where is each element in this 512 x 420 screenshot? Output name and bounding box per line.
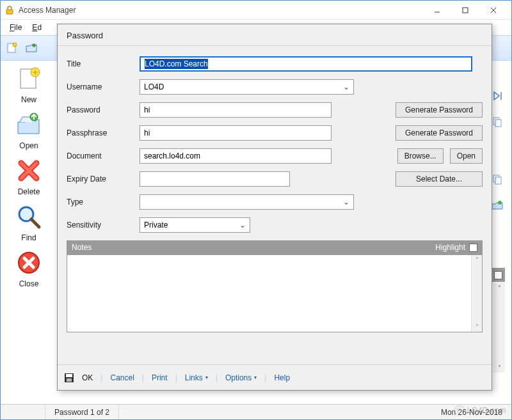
sidebar-item-label: New bbox=[21, 95, 36, 104]
dialog-title: Password bbox=[58, 24, 492, 45]
options-menu[interactable]: Options▾ bbox=[220, 373, 262, 382]
bg-scrollbar[interactable]: ˄ ˅ bbox=[493, 283, 505, 373]
sidebar-item-label: Delete bbox=[18, 187, 40, 196]
label-type: Type bbox=[67, 198, 133, 206]
svg-point-19 bbox=[498, 201, 502, 205]
type-combo[interactable] bbox=[140, 194, 354, 210]
sidebar-item-find[interactable]: Find bbox=[15, 203, 43, 242]
select-date-button[interactable]: Select Date... bbox=[396, 171, 483, 187]
svg-rect-2 bbox=[463, 8, 468, 13]
scroll-down-icon[interactable]: ˅ bbox=[474, 322, 480, 332]
menu-edit[interactable]: Ed bbox=[27, 22, 47, 33]
maximize-button[interactable] bbox=[451, 1, 479, 19]
menu-file[interactable]: File bbox=[4, 22, 27, 33]
password-input[interactable] bbox=[140, 102, 332, 118]
folder-up-icon[interactable] bbox=[491, 199, 504, 212]
status-left: Password 1 of 2 bbox=[45, 405, 119, 419]
sidebar: New Open Delete Find Close bbox=[3, 65, 54, 288]
help-button[interactable]: Help bbox=[269, 373, 295, 382]
notes-highlight-checkbox[interactable] bbox=[469, 244, 477, 252]
svg-rect-22 bbox=[67, 378, 72, 382]
generate-password-button[interactable]: Generate Password bbox=[396, 102, 483, 118]
print-button[interactable]: Print bbox=[147, 373, 173, 382]
lock-icon bbox=[4, 5, 15, 15]
label-document: Document bbox=[67, 152, 133, 160]
svg-point-6 bbox=[13, 43, 17, 47]
sidebar-item-open[interactable]: Open bbox=[15, 111, 43, 150]
separator bbox=[58, 45, 492, 46]
toolbar-new-icon[interactable] bbox=[3, 39, 21, 57]
notes-label: Notes bbox=[72, 243, 92, 252]
document-input[interactable] bbox=[140, 148, 332, 164]
scroll-up-icon[interactable]: ˄ bbox=[474, 255, 480, 265]
svg-line-12 bbox=[31, 219, 39, 227]
copy-icon[interactable] bbox=[491, 173, 504, 185]
titlebar: Access Manager bbox=[1, 1, 511, 20]
sidebar-item-label: Open bbox=[19, 141, 38, 150]
delete-x-icon bbox=[15, 157, 43, 185]
minimize-button[interactable] bbox=[423, 1, 451, 19]
magnifier-icon bbox=[15, 203, 43, 231]
label-password: Password bbox=[67, 105, 133, 114]
links-menu[interactable]: Links▾ bbox=[180, 373, 213, 382]
new-document-icon bbox=[15, 65, 43, 93]
notes-scrollbar[interactable]: ˄ ˅ bbox=[471, 255, 482, 332]
label-sensitivity: Sensitivity bbox=[67, 221, 133, 229]
copy-icon[interactable] bbox=[491, 115, 504, 128]
save-icon bbox=[64, 373, 74, 383]
scroll-up-icon[interactable]: ˄ bbox=[497, 283, 502, 293]
notes-highlight-label: Highlight bbox=[435, 243, 465, 252]
browse-button[interactable]: Browse... bbox=[397, 148, 444, 164]
expiry-input[interactable] bbox=[140, 171, 290, 187]
passphrase-input[interactable] bbox=[140, 125, 332, 141]
statusbar: Password 1 of 2 Mon 26-Nov-2018 bbox=[1, 404, 511, 419]
svg-point-7 bbox=[33, 44, 35, 47]
label-username: Username bbox=[67, 82, 133, 91]
toolbar-open-icon[interactable] bbox=[22, 39, 40, 57]
scroll-down-icon[interactable]: ˅ bbox=[497, 363, 502, 373]
svg-rect-18 bbox=[495, 177, 501, 184]
sensitivity-combo[interactable] bbox=[140, 217, 250, 233]
sidebar-item-delete[interactable]: Delete bbox=[15, 157, 43, 196]
label-passphrase: Passphrase bbox=[67, 128, 133, 137]
sidebar-item-label: Find bbox=[21, 233, 36, 242]
main-window: Access Manager File Ed New Open Delete bbox=[0, 0, 512, 420]
folder-open-icon bbox=[15, 111, 43, 139]
open-button[interactable]: Open bbox=[450, 148, 483, 164]
sidebar-item-new[interactable]: New bbox=[15, 65, 43, 104]
label-expiry: Expiry Date bbox=[67, 175, 133, 183]
dialog-footer: OK | Cancel | Print | Links▾ | Options▾ … bbox=[58, 364, 492, 390]
status-date: Mon 26-Nov-2018 bbox=[432, 405, 511, 419]
play-end-icon[interactable] bbox=[492, 90, 504, 102]
notes-header: Notes Highlight bbox=[67, 240, 483, 254]
svg-rect-16 bbox=[495, 120, 501, 127]
notes-textarea[interactable] bbox=[67, 255, 471, 332]
label-title: Title bbox=[67, 59, 133, 68]
ok-button[interactable]: OK bbox=[77, 373, 98, 382]
window-title: Access Manager bbox=[19, 6, 423, 15]
title-input[interactable]: LO4D.com Search bbox=[140, 56, 472, 72]
generate-passphrase-button[interactable]: Generate Password bbox=[396, 125, 483, 141]
close-window-button[interactable] bbox=[479, 1, 508, 19]
close-circle-icon bbox=[15, 249, 43, 277]
svg-rect-0 bbox=[6, 10, 13, 14]
svg-rect-21 bbox=[66, 374, 72, 377]
username-input[interactable] bbox=[140, 79, 354, 95]
password-dialog: Password Title LO4D.com Search Username … bbox=[57, 24, 492, 391]
sidebar-item-close[interactable]: Close bbox=[15, 249, 43, 288]
bg-highlight-checkbox[interactable] bbox=[494, 271, 502, 279]
notes-area: ˄ ˅ bbox=[67, 254, 483, 332]
sidebar-item-label: Close bbox=[19, 279, 39, 288]
cancel-button[interactable]: Cancel bbox=[105, 373, 139, 382]
